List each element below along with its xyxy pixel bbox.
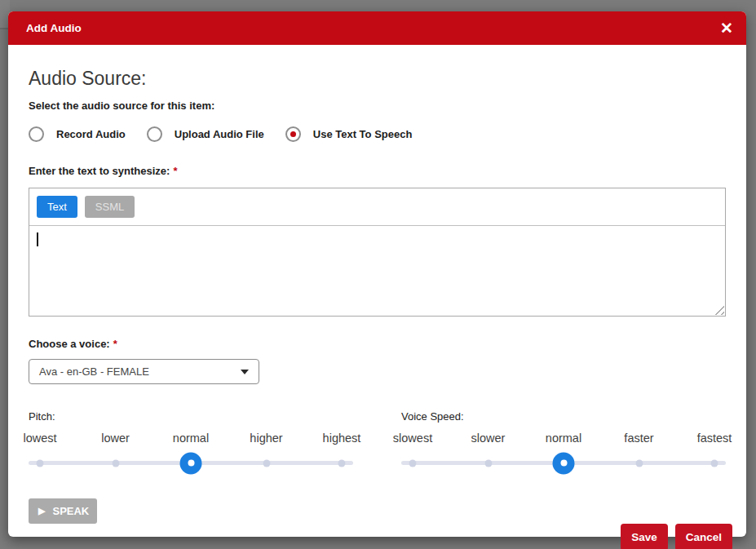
dialog-title: Add Audio [26,22,82,34]
radio-button-icon-selected[interactable] [285,126,301,142]
slider-stop[interactable] [635,459,643,467]
synthesize-label: Enter the text to synthesize: [29,165,170,177]
cancel-button[interactable]: Cancel [675,524,732,549]
slider-tick-label: slowest [393,432,432,445]
required-asterisk: * [113,338,117,350]
radio-button-icon[interactable] [29,126,44,142]
synthesize-text-box: Text SSML [29,188,726,317]
pitch-slider-thumb[interactable] [180,452,202,474]
slider-tick-label: lowest [23,432,56,445]
audio-source-heading: Audio Source: [29,68,726,90]
slider-stop[interactable] [37,459,44,467]
voice-speed-slider-thumb[interactable] [553,452,575,474]
slider-tick-label: normal [173,432,209,445]
slider-thumb-dot [560,460,567,467]
slider-tick-label: higher [250,432,282,445]
speak-button[interactable]: ▶ SPEAK [29,498,97,524]
radio-label: Record Audio [56,128,126,140]
voice-select-value: Ava - en-GB - FEMALE [39,365,149,378]
radio-use-text-to-speech[interactable]: Use Text To Speech [285,126,413,142]
synthesize-textarea[interactable] [29,226,725,316]
radio-label: Upload Audio File [175,128,264,140]
save-button[interactable]: Save [621,524,668,549]
synthesize-label-row: Enter the text to synthesize:* [29,163,726,178]
required-asterisk: * [173,165,177,177]
text-mode-tabs: Text SSML [29,188,725,226]
voice-speed-slider-group: Voice Speed: slowest slower normal faste… [401,410,726,474]
audio-source-options: Record Audio Upload Audio File Use Text … [29,126,726,142]
slider-stop[interactable] [409,459,417,467]
slider-tick-label: lower [101,432,130,445]
radio-button-icon[interactable] [147,126,162,142]
voice-speed-label: Voice Speed: [401,410,726,423]
slider-tick-label: highest [323,432,361,445]
dialog-body: Audio Source: Select the audio source fo… [8,45,746,524]
slider-stop[interactable] [112,459,119,467]
slider-stop[interactable] [484,459,492,467]
slider-tick-label: slower [471,432,506,445]
slider-stop[interactable] [263,459,270,467]
radio-label: Use Text To Speech [313,128,413,140]
pitch-slider[interactable]: lowest lower normal higher highest [29,432,353,474]
slider-thumb-dot [188,460,194,467]
voice-select[interactable]: Ava - en-GB - FEMALE [29,359,259,384]
chevron-down-icon [241,370,249,374]
sliders-row: Pitch: lowest lower normal higher highes… [29,410,726,474]
radio-upload-audio-file[interactable]: Upload Audio File [147,126,264,142]
slider-tick-label: faster [624,432,653,445]
resize-handle-icon[interactable] [714,304,724,315]
tab-ssml[interactable]: SSML [85,196,135,218]
add-audio-dialog: Add Audio ✕ Audio Source: Select the aud… [8,11,746,537]
voice-speed-slider[interactable]: slowest slower normal faster fastest [401,432,726,474]
slider-stop[interactable] [338,459,346,467]
slider-tick-label: fastest [697,432,732,445]
radio-record-audio[interactable]: Record Audio [29,126,126,142]
play-icon: ▶ [38,507,45,516]
choose-voice-label: Choose a voice: [29,338,110,350]
pitch-label: Pitch: [29,410,353,423]
dialog-header: Add Audio ✕ [8,11,746,45]
speak-button-label: SPEAK [52,505,89,517]
tab-text[interactable]: Text [37,196,77,218]
close-icon[interactable]: ✕ [720,20,733,36]
slider-tick-label: normal [546,432,581,445]
pitch-slider-group: Pitch: lowest lower normal higher highes… [29,410,353,474]
text-cursor [37,232,38,246]
slider-stop[interactable] [711,459,718,467]
audio-source-subtitle: Select the audio source for this item: [29,100,726,112]
voice-label-row: Choose a voice:* [29,336,726,351]
dialog-footer: Save Cancel [8,524,746,549]
